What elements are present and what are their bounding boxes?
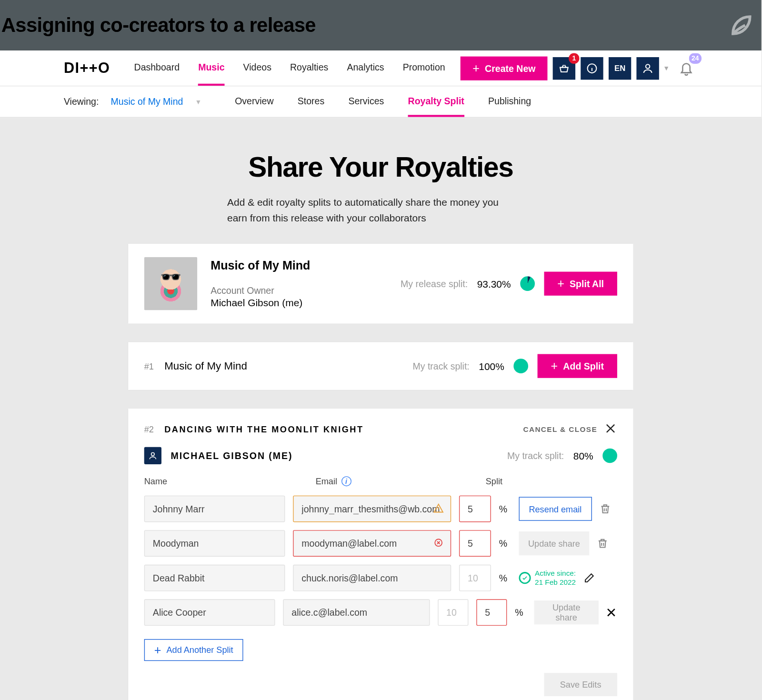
column-headers: Name Email i Split bbox=[128, 476, 633, 491]
col-split: Split bbox=[486, 476, 524, 486]
cart-badge: 1 bbox=[569, 53, 579, 63]
release-split-label: My release split: bbox=[401, 279, 468, 289]
create-new-button[interactable]: + Create New bbox=[461, 56, 547, 80]
split-row: % Active since: 21 Feb 2022 bbox=[128, 560, 633, 595]
edit-icon[interactable] bbox=[582, 572, 596, 584]
nav-promotion[interactable]: Promotion bbox=[403, 50, 445, 86]
email-input[interactable] bbox=[293, 496, 451, 522]
save-edits-button[interactable]: Save Edits bbox=[544, 673, 617, 696]
viewing-label: Viewing: bbox=[64, 96, 99, 107]
profile-caret-icon[interactable]: ▼ bbox=[663, 64, 670, 71]
nav-royalties[interactable]: Royalties bbox=[290, 50, 328, 86]
profile-button[interactable] bbox=[637, 57, 659, 79]
cancel-close-button[interactable]: CANCEL & CLOSE bbox=[523, 422, 617, 437]
page-title: Share Your Royalties bbox=[248, 151, 513, 183]
owner-name: Michael Gibson (me) bbox=[211, 297, 310, 309]
error-icon bbox=[433, 537, 444, 550]
logo[interactable]: DI++O bbox=[64, 60, 110, 77]
my-track-split-label: My track split: bbox=[507, 450, 564, 461]
my-track-split-pct: 80% bbox=[573, 450, 593, 461]
nav-analytics[interactable]: Analytics bbox=[347, 50, 384, 86]
track-title: DANCING WITH THE MOONLIT KNIGHT bbox=[164, 424, 363, 434]
info-icon bbox=[586, 62, 598, 74]
track-number: #1 bbox=[144, 361, 154, 371]
user-icon bbox=[144, 447, 161, 464]
percent-label: % bbox=[499, 572, 509, 583]
release-split-pie-icon bbox=[520, 276, 535, 291]
release-card: 🕶️ Music of My Mind Account Owner Michae… bbox=[128, 244, 633, 323]
name-input[interactable] bbox=[144, 599, 275, 626]
email-input[interactable] bbox=[293, 530, 451, 557]
basket-icon bbox=[558, 62, 570, 74]
percent-label: % bbox=[515, 607, 523, 618]
warning-icon bbox=[433, 502, 444, 515]
col-email: Email i bbox=[316, 476, 486, 486]
leaf-icon bbox=[727, 10, 756, 40]
sub-nav-bar: Viewing: Music of My Mind ▼ Overview Sto… bbox=[0, 86, 762, 118]
add-another-split-button[interactable]: + Add Another Split bbox=[144, 639, 243, 661]
track-number: #2 bbox=[144, 424, 154, 434]
release-title: Music of My Mind bbox=[211, 259, 310, 273]
col-name: Name bbox=[144, 476, 316, 486]
trash-icon[interactable] bbox=[596, 538, 609, 550]
me-row: MICHAEL GIBSON (ME) My track split: 80% bbox=[128, 442, 633, 477]
split-input[interactable] bbox=[459, 496, 491, 522]
split-dot-icon bbox=[513, 359, 528, 373]
split-input[interactable] bbox=[459, 530, 491, 557]
split-row: % Resend email bbox=[128, 491, 633, 526]
svg-point-2 bbox=[151, 452, 155, 456]
name-input[interactable] bbox=[144, 530, 285, 557]
page-content: Share Your Royalties Add & edit royalty … bbox=[0, 118, 762, 700]
cover-art: 🕶️ bbox=[144, 257, 198, 310]
name-input[interactable] bbox=[144, 565, 285, 591]
doc-title: Assigning co-creators to a release bbox=[1, 14, 316, 36]
tab-royalty-split[interactable]: Royalty Split bbox=[408, 86, 464, 117]
track-title: Music of My Mind bbox=[164, 360, 247, 372]
svg-point-1 bbox=[646, 64, 650, 68]
notifications-button[interactable]: 24 bbox=[675, 57, 697, 79]
tab-stores[interactable]: Stores bbox=[298, 86, 324, 117]
split-dot-icon bbox=[602, 449, 617, 463]
active-since-badge: Active since: 21 Feb 2022 bbox=[519, 569, 576, 587]
email-input[interactable] bbox=[283, 599, 430, 626]
release-split-pct: 93.30% bbox=[477, 278, 511, 290]
update-share-button[interactable]: Update share bbox=[534, 600, 599, 624]
app-navbar: DI++O Dashboard Music Videos Royalties A… bbox=[0, 50, 762, 86]
split-ghost-input[interactable] bbox=[438, 599, 468, 626]
track-split-label: My track split: bbox=[412, 360, 469, 371]
nav-videos[interactable]: Videos bbox=[243, 50, 271, 86]
name-input[interactable] bbox=[144, 496, 285, 522]
page-subtitle: Add & edit royalty splits to automatical… bbox=[227, 195, 520, 225]
notifications-badge: 24 bbox=[689, 53, 702, 63]
owner-role: Account Owner bbox=[211, 285, 310, 295]
release-select[interactable]: Music of My Mind ▼ bbox=[111, 96, 202, 107]
nav-music[interactable]: Music bbox=[198, 50, 224, 86]
remove-icon[interactable] bbox=[605, 607, 617, 619]
add-split-button[interactable]: + Add Split bbox=[538, 354, 617, 378]
trash-icon[interactable] bbox=[598, 503, 612, 515]
track-split-pct: 100% bbox=[479, 360, 504, 372]
chevron-down-icon: ▼ bbox=[195, 98, 202, 105]
split-input[interactable] bbox=[459, 565, 491, 591]
me-name: MICHAEL GIBSON (ME) bbox=[171, 450, 293, 461]
cart-button[interactable]: 1 bbox=[553, 57, 575, 79]
split-input[interactable] bbox=[476, 599, 507, 626]
track-row[interactable]: #1 Music of My Mind My track split: 100%… bbox=[128, 342, 633, 390]
split-all-button[interactable]: + Split All bbox=[544, 272, 617, 296]
info-button[interactable] bbox=[581, 57, 603, 79]
split-row: % Update share bbox=[128, 526, 633, 561]
tab-services[interactable]: Services bbox=[348, 86, 384, 117]
language-button[interactable]: EN bbox=[609, 57, 631, 79]
split-row: % Update share bbox=[128, 595, 633, 630]
update-share-button[interactable]: Update share bbox=[519, 531, 589, 555]
check-circle-icon bbox=[519, 572, 531, 584]
tab-publishing[interactable]: Publishing bbox=[488, 86, 531, 117]
track-expanded: #2 DANCING WITH THE MOONLIT KNIGHT CANCE… bbox=[128, 409, 633, 700]
resend-email-button[interactable]: Resend email bbox=[519, 497, 592, 520]
percent-label: % bbox=[499, 538, 509, 549]
user-icon bbox=[642, 62, 654, 74]
info-icon[interactable]: i bbox=[341, 476, 351, 486]
nav-dashboard[interactable]: Dashboard bbox=[134, 50, 180, 86]
tab-overview[interactable]: Overview bbox=[235, 86, 273, 117]
email-input[interactable] bbox=[293, 565, 451, 591]
